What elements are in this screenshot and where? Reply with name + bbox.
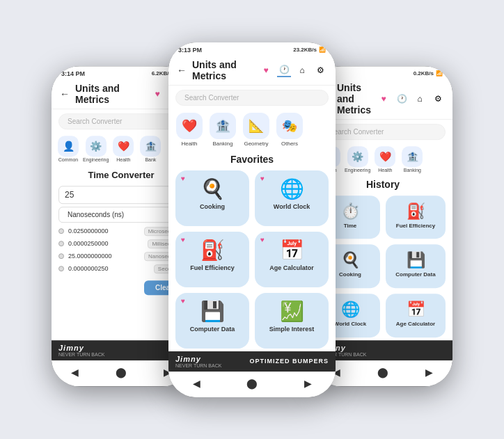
history-icon-computer: 💾 — [407, 251, 425, 269]
signal-info-right: 0.2KB/s — [414, 70, 434, 77]
fav-icon-cooking: 🍳 — [200, 177, 225, 200]
settings-icon-center[interactable]: ⚙ — [313, 63, 327, 77]
fav-card-age[interactable]: ♥ 📅 Age Calculator — [255, 232, 329, 287]
search-bar-left[interactable]: Search Converter — [58, 113, 184, 129]
cat-engineering-left[interactable]: ⚙️ Engineering — [83, 136, 109, 162]
fav-label-fuel: Fuel Efficiency — [190, 264, 235, 271]
fav-label-cooking: Cooking — [200, 203, 225, 210]
cat-label-health-right: Health — [378, 168, 392, 173]
result-value-3: 25.0000000000 — [68, 253, 140, 260]
cat-health-right[interactable]: ❤️ Health — [372, 146, 397, 173]
history-icon-center[interactable]: 🕐 — [277, 63, 291, 77]
cat-engineering-right[interactable]: ⚙️ Engineering — [345, 146, 370, 173]
back-button-left[interactable]: ← — [60, 88, 70, 99]
nav-back-left[interactable]: ◀ — [65, 365, 84, 379]
search-bar-right[interactable]: Search Converter — [320, 124, 446, 140]
history-label-world-clock: World Clock — [334, 321, 367, 327]
fav-icon-age: 📅 — [280, 239, 304, 262]
nav-forward-right[interactable]: ▶ — [420, 365, 439, 379]
home-icon-center[interactable]: ⌂ — [295, 63, 309, 77]
history-icon-time: ⏱️ — [341, 202, 360, 221]
cat-health-center[interactable]: ❤️ Health — [174, 113, 205, 147]
fav-heart-age[interactable]: ♥ — [260, 236, 265, 244]
fav-card-fuel[interactable]: ♥ ⛽ Fuel Efficiency — [175, 232, 249, 287]
history-icon-cooking: 🍳 — [341, 251, 360, 269]
nav-home-center[interactable]: ⬤ — [242, 376, 262, 390]
fav-heart-cooking[interactable]: ♥ — [181, 175, 185, 182]
fav-label-world-clock: World Clock — [274, 203, 310, 210]
header-center: ← Units and Metrics ♥ 🕐 ⌂ ⚙ — [168, 56, 336, 86]
favorite-icon-center[interactable]: ♥ — [259, 63, 273, 77]
history-label-age: Age Calculator — [396, 321, 435, 327]
cat-icon-health-right: ❤️ — [375, 146, 395, 167]
app-title-right: Units and Metrics — [337, 82, 371, 115]
cat-icon-common-left: 👤 — [58, 136, 79, 157]
phones-container: 3:14 PM 6.2KB/s 📶 ← Units and Metrics ♥ … — [0, 0, 504, 439]
result-dot-1 — [58, 228, 64, 234]
cat-label-health-center: Health — [181, 141, 197, 147]
favorite-icon-left[interactable]: ♥ — [150, 87, 164, 101]
cat-label-geometry-center: Geometry — [244, 141, 268, 147]
converter-input[interactable] — [58, 186, 184, 204]
fav-card-computer[interactable]: ♥ 💾 Computer Data — [175, 293, 249, 349]
nav-forward-center[interactable]: ▶ — [298, 376, 317, 390]
cat-geometry-center[interactable]: 📐 Geometry — [241, 113, 271, 147]
settings-icon-right[interactable]: ⚙ — [431, 92, 445, 106]
fav-heart-world-clock[interactable]: ♥ — [260, 175, 265, 182]
cat-banking-left[interactable]: 🏦 Bank — [138, 136, 163, 162]
fav-card-world-clock[interactable]: ♥ 🌐 World Clock — [255, 170, 329, 226]
search-bar-center[interactable]: Search Converter — [175, 90, 329, 106]
cat-icon-geometry-center: 📐 — [243, 113, 269, 139]
cat-banking-center[interactable]: 🏦 Banking — [207, 113, 238, 147]
home-icon-right[interactable]: ⌂ — [413, 92, 427, 106]
cat-label-banking-right: Banking — [404, 168, 421, 173]
time-left: 3:14 PM — [61, 70, 85, 77]
tagline-left: NEVER TURN BACK — [58, 352, 104, 357]
result-nanoseconds: 25.0000000000 Nanosecond — [58, 252, 184, 261]
brand-name-center: Jimny — [175, 355, 221, 363]
history-card-computer[interactable]: 💾 Computer Data — [386, 244, 446, 288]
cat-common-left[interactable]: 👤 Common — [56, 136, 81, 162]
result-dot-2 — [58, 241, 64, 246]
fav-icon-interest: 💹 — [280, 300, 304, 323]
app-title-left: Units and Metrics — [75, 83, 145, 105]
nav-home-right[interactable]: ⬤ — [373, 365, 393, 379]
fav-heart-fuel[interactable]: ♥ — [181, 236, 185, 244]
cat-label-banking-left: Bank — [145, 157, 156, 162]
fav-heart-computer[interactable]: ♥ — [181, 297, 185, 305]
cat-icon-banking-left: 🏦 — [140, 136, 161, 157]
favorite-icon-right[interactable]: ♥ — [377, 92, 391, 106]
fav-card-cooking[interactable]: ♥ 🍳 Cooking — [175, 170, 249, 226]
history-card-fuel[interactable]: ⛽ Fuel Efficiency — [386, 195, 446, 239]
fav-card-interest[interactable]: 💹 Simple Interest — [255, 293, 329, 349]
history-icon-world-clock: 🌐 — [341, 301, 360, 319]
header-icons-right: ♥ 🕐 ⌂ ⚙ — [377, 92, 445, 106]
cat-label-engineering-left: Engineering — [83, 157, 109, 162]
cat-others-center[interactable]: 🎭 Others — [274, 113, 305, 147]
favorites-title: Favorites — [168, 154, 336, 165]
cat-label-others-center: Others — [281, 141, 298, 147]
fav-label-age: Age Calculator — [269, 264, 314, 271]
signal-icons-right: 0.2KB/s 📶 — [414, 70, 443, 77]
signal-icons-center: 23.2KB/s 📶 — [293, 47, 326, 53]
phone-center: 3:13 PM 23.2KB/s 📶 ← Units and Metrics ♥… — [168, 42, 336, 397]
history-label-computer: Computer Data — [395, 271, 435, 278]
cat-label-common-left: Common — [58, 157, 78, 162]
back-button-center[interactable]: ← — [177, 65, 187, 76]
result-value-1: 0.0250000000 — [68, 228, 140, 234]
history-icon-right[interactable]: 🕐 — [395, 92, 409, 106]
cat-icon-others-center: 🎭 — [276, 113, 303, 139]
fav-label-computer: Computer Data — [190, 326, 235, 333]
cat-health-left[interactable]: ❤️ Health — [111, 136, 136, 162]
cat-label-health-left: Health — [116, 157, 130, 162]
converter-title: Time Converter — [58, 170, 184, 180]
history-card-age[interactable]: 📅 Age Calculator — [386, 294, 446, 337]
cat-banking-right[interactable]: 🏦 Banking — [400, 146, 425, 173]
unit-selector[interactable]: Nanoseconds (ns) — [58, 207, 184, 223]
nav-back-center[interactable]: ◀ — [187, 376, 206, 390]
history-icon-fuel: ⛽ — [407, 202, 425, 221]
nav-home-left[interactable]: ⬤ — [111, 365, 131, 379]
fav-icon-computer: 💾 — [200, 300, 225, 323]
result-dot-4 — [58, 266, 64, 271]
history-label-time: Time — [344, 223, 357, 229]
